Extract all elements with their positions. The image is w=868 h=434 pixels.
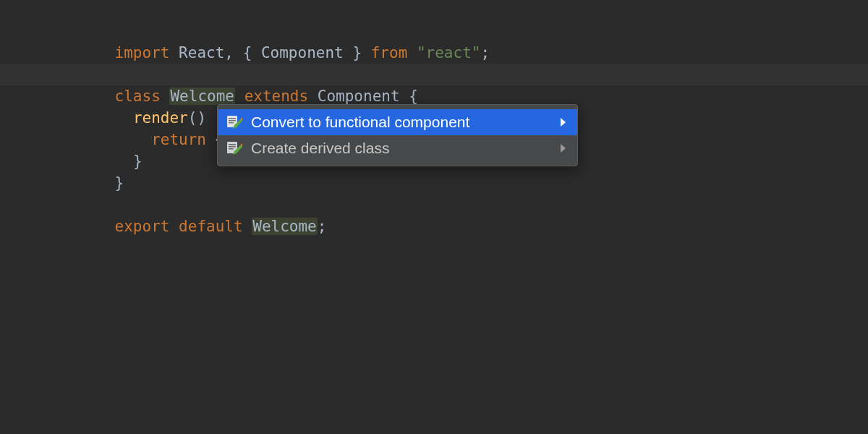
semicolon: ;: [318, 218, 327, 235]
code-line-empty[interactable]: [78, 172, 868, 194]
svg-rect-8: [229, 146, 236, 148]
keyword-default: default: [179, 218, 243, 235]
menu-item-create-derived-class[interactable]: Create derived class: [218, 135, 577, 161]
keyword-export: export: [115, 218, 170, 235]
menu-item-convert-to-functional[interactable]: Convert to functional component: [218, 109, 577, 135]
menu-item-label: Convert to functional component: [251, 114, 553, 131]
code-line-current[interactable]: class Welcome extends Component {: [0, 64, 868, 85]
edit-intention-icon: [226, 140, 242, 156]
intention-actions-menu[interactable]: Convert to functional component Create d…: [217, 104, 578, 166]
svg-rect-2: [229, 120, 236, 122]
svg-rect-7: [229, 144, 236, 145]
submenu-arrow-icon: [561, 144, 566, 153]
code-line[interactable]: export default Welcome;: [78, 194, 868, 216]
identifier-highlighted: Welcome: [252, 218, 318, 235]
svg-rect-9: [229, 148, 234, 150]
svg-rect-1: [229, 118, 236, 119]
menu-item-label: Create derived class: [251, 140, 553, 157]
submenu-arrow-icon: [561, 118, 566, 127]
edit-intention-icon: [226, 114, 242, 130]
svg-rect-3: [229, 122, 234, 124]
code-line[interactable]: import React, { Component } from "react"…: [78, 20, 868, 42]
code-line-empty[interactable]: [78, 42, 868, 64]
